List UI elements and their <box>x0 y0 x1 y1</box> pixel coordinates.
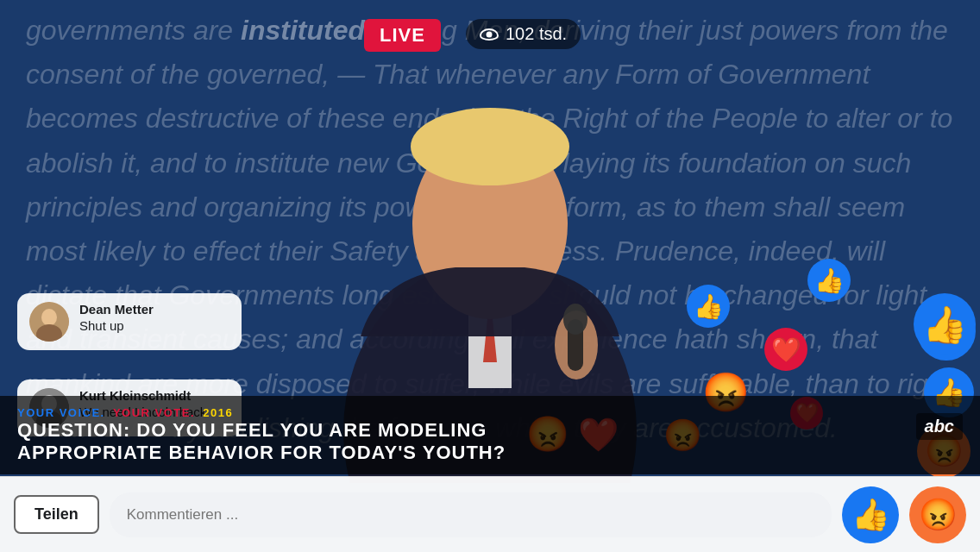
viewer-count-number: 102 tsd. <box>506 24 567 44</box>
reaction-thumbup: 👍 <box>687 285 730 328</box>
comment-content: Dean Metter Shut up <box>79 302 154 333</box>
network-logo: abc <box>916 413 963 440</box>
bottom-action-bar: Teilen 👍 😡 <box>0 476 980 552</box>
like-button[interactable]: 👍 <box>842 486 899 543</box>
reaction-thumbup-large: 👍 <box>914 293 976 355</box>
comment-text: Shut up <box>79 318 154 333</box>
banner-question: QUESTION: DO YOU FEEL YOU ARE MODELING <box>17 419 963 442</box>
angry-button[interactable]: 😡 <box>909 486 966 543</box>
avatar <box>29 302 69 342</box>
comment-input[interactable] <box>110 492 832 537</box>
video-player: governments are instituted among Men, de… <box>0 0 980 552</box>
reaction-heart: ❤️ <box>764 328 807 371</box>
comment-item: Dean Metter Shut up <box>17 293 242 350</box>
eye-icon <box>480 28 499 41</box>
lower-banner: YOUR VOICE. YOUR VOTE. 2016 QUESTION: DO… <box>0 396 980 474</box>
banner-year: 2016 <box>203 406 233 419</box>
svg-point-7 <box>563 304 587 335</box>
share-button[interactable]: Teilen <box>14 495 99 534</box>
svg-point-4 <box>411 108 569 185</box>
banner-your-vote: YOUR VOTE. <box>113 406 195 419</box>
reaction-thumbup: 👍 <box>807 259 851 302</box>
viewer-count: 102 tsd. <box>466 19 581 49</box>
network-name: abc <box>925 417 954 436</box>
top-right-reactions: 👍 <box>914 293 976 355</box>
live-badge: LIVE <box>364 19 441 52</box>
svg-point-9 <box>41 309 57 326</box>
commenter-name: Dean Metter <box>79 302 154 317</box>
banner-question2: APPROPRIATE BEHAVIOR FOR TODAY'S YOUTH? <box>17 442 963 464</box>
banner-tagline: YOUR VOICE. YOUR VOTE. 2016 <box>17 406 963 419</box>
banner-your-voice: YOUR VOICE. <box>17 406 105 419</box>
